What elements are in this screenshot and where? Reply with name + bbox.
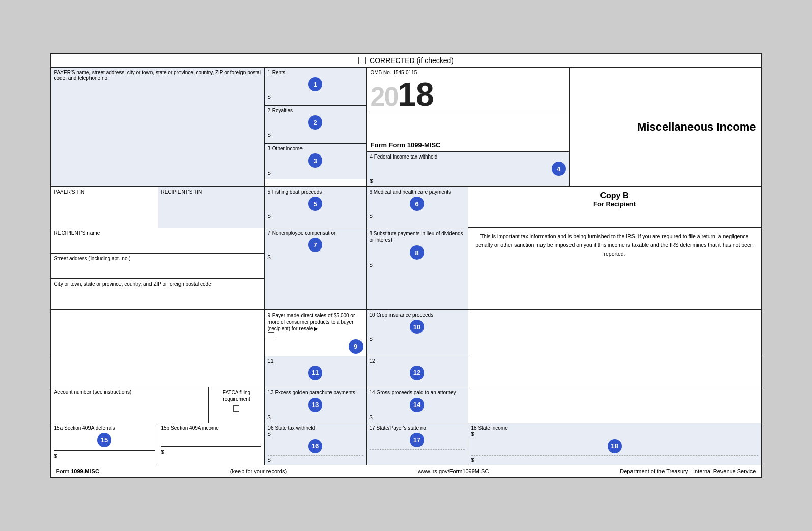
year-18: 18	[398, 78, 434, 111]
circle-3: 3	[308, 153, 322, 168]
circle-6: 6	[410, 197, 424, 211]
copy-b-subtitle: For Recipient	[473, 200, 756, 208]
state-income-label: 18 State income	[471, 425, 758, 431]
nonemployee-cell: 7 Nonemployee compensation 7 $	[265, 228, 367, 309]
misc-income-cell: Miscellaneous Income	[570, 68, 761, 186]
payer-direct-cell: 9 Payer made direct sales of $5,000 or m…	[265, 310, 367, 355]
gross-proceeds-dollar: $	[370, 414, 465, 420]
footer-website: www.irs.gov/Form1099MISC	[418, 468, 489, 474]
circle-17: 17	[410, 433, 424, 447]
state-tax-label: 16 State tax withheld	[268, 425, 363, 431]
footer-form-label: Form 1099-MISC	[56, 468, 99, 474]
right-spacer-3	[468, 356, 761, 387]
nonemployee-dollar: $	[268, 254, 363, 260]
royalties-dollar: $	[268, 132, 363, 138]
header-row: CORRECTED (if checked)	[51, 54, 761, 68]
payer-name-label: PAYER'S name, street address, city or to…	[54, 70, 261, 81]
substitute-cell: 8 Substitute payments in lieu of dividen…	[367, 228, 468, 309]
s409a-label: 15a Section 409A deferrals	[54, 425, 155, 431]
s409b-label: 15b Section 409A income	[161, 425, 261, 431]
payer-left-spacer	[51, 310, 265, 355]
crop-ins-dollar: $	[370, 336, 465, 342]
account-label: Account number (see instructions)	[54, 389, 205, 395]
state-tax-dollar: $	[268, 431, 363, 437]
omb-label: OMB No. 1545-0115	[371, 70, 565, 75]
circle-15: 15	[97, 433, 111, 447]
year-20: 20	[371, 83, 398, 110]
circle-12: 12	[410, 366, 424, 380]
city-label: City or town, state or province, country…	[54, 281, 261, 287]
copy-b-title: Copy B	[473, 191, 756, 200]
payer-direct-label: 9 Payer made direct sales of $5,000 or m…	[268, 312, 363, 332]
state-income-cell: 18 State income $ 18 $	[468, 423, 761, 465]
corrected-label: CORRECTED (if checked)	[370, 56, 454, 65]
payer-tin-label: PAYER'S TIN	[54, 189, 155, 195]
fishing-dollar: $	[268, 213, 363, 219]
right-text: This is important tax information and is…	[475, 233, 753, 257]
other-income-dollar: $	[268, 170, 363, 176]
footer-keep-label: (keep for your records)	[230, 468, 287, 474]
circle-16: 16	[308, 439, 322, 453]
corrected-checkbox[interactable]	[358, 57, 366, 64]
recipient-section: RECIPIENT'S name Street address (includi…	[51, 228, 761, 310]
circle-10: 10	[410, 320, 424, 334]
right-spacer-2	[468, 310, 761, 355]
medical-dollar: $	[370, 213, 465, 219]
circle-13: 13	[308, 398, 322, 412]
golden-para-label: 13 Excess golden parachute payments	[268, 389, 363, 396]
state-tax-dollar2: $	[268, 457, 363, 463]
fatca-label: FATCA filing requirement	[212, 389, 261, 402]
f9-checkbox[interactable]	[268, 332, 274, 338]
state-no-cell: 17 State/Payer's state no. 17	[367, 423, 468, 465]
state-income-dollar2: $	[471, 457, 758, 463]
fatca-checkbox[interactable]	[233, 405, 239, 412]
form-name-cell: Form Form 1099-MISC	[367, 113, 569, 151]
golden-para-cell: 13 Excess golden parachute payments 13 $	[265, 387, 367, 423]
footer-row: Form 1099-MISC (keep for your records) w…	[51, 465, 761, 477]
other-income-label: 3 Other income	[268, 146, 363, 151]
circle-1: 1	[308, 77, 322, 91]
row-11-12: 11 11 12 12	[51, 356, 761, 387]
rents-dollar: $	[268, 93, 363, 100]
circle-11: 11	[308, 366, 322, 380]
tin-row: PAYER'S TIN RECIPIENT'S TIN 5 Fishing bo…	[51, 187, 761, 228]
state-income-dollar: $	[471, 431, 758, 437]
state-tax-cell: 16 State tax withheld $ 16 $	[265, 423, 367, 465]
right-spacer-4	[468, 387, 761, 423]
gross-proceeds-label: 14 Gross proceeds paid to an attorney	[370, 389, 465, 396]
recipient-tin-label: RECIPIENT'S TIN	[161, 189, 261, 195]
royalties-cell: 2 Royalties 2 $	[265, 106, 366, 144]
substitute-label: 8 Substitute payments in lieu of dividen…	[370, 230, 465, 243]
rents-label: 1 Rents	[268, 70, 363, 75]
s409b-dollar: $	[161, 449, 261, 455]
section409-row: 15a Section 409A deferrals 15 $ 15b Sect…	[51, 423, 761, 465]
circle-9: 9	[349, 339, 363, 354]
row-9-10: 9 Payer made direct sales of $5,000 or m…	[51, 310, 761, 356]
street-address-cell: Street address (including apt. no.)	[51, 254, 264, 279]
circle-18: 18	[608, 439, 622, 453]
golden-para-dollar: $	[268, 414, 363, 420]
fatca-cell: FATCA filing requirement	[209, 387, 265, 423]
s409b-cell: 15b Section 409A income $	[158, 423, 265, 465]
federal-tax-dollar: $	[370, 178, 566, 184]
recipient-left: RECIPIENT'S name Street address (includi…	[51, 228, 265, 309]
s409a-dollar: $	[54, 453, 155, 459]
cell-11: 11 11	[265, 356, 367, 387]
account-cell: Account number (see instructions)	[51, 387, 209, 423]
substitute-dollar: $	[370, 262, 465, 268]
payer-tin-cell: PAYER'S TIN	[51, 187, 158, 228]
crop-ins-cell: 10 Crop insurance proceeds 10 $	[367, 310, 468, 355]
federal-tax-cell: 4 Federal income tax withheld 4 $	[366, 151, 570, 187]
circle-4: 4	[552, 162, 566, 176]
circle-2: 2	[308, 115, 322, 130]
account-row: Account number (see instructions) FATCA …	[51, 387, 761, 423]
f11-label: 11	[268, 358, 363, 364]
circle-14: 14	[410, 398, 424, 412]
f12-label: 12	[370, 358, 465, 364]
city-cell: City or town, state or province, country…	[51, 279, 264, 309]
omb-cell: OMB No. 1545-0115 20 18	[367, 68, 569, 113]
circle-8: 8	[410, 245, 424, 260]
s409a-cell: 15a Section 409A deferrals 15 $	[51, 423, 158, 465]
medical-label: 6 Medical and health care payments	[370, 189, 465, 195]
payer-name-cell: PAYER'S name, street address, city or to…	[51, 68, 265, 186]
